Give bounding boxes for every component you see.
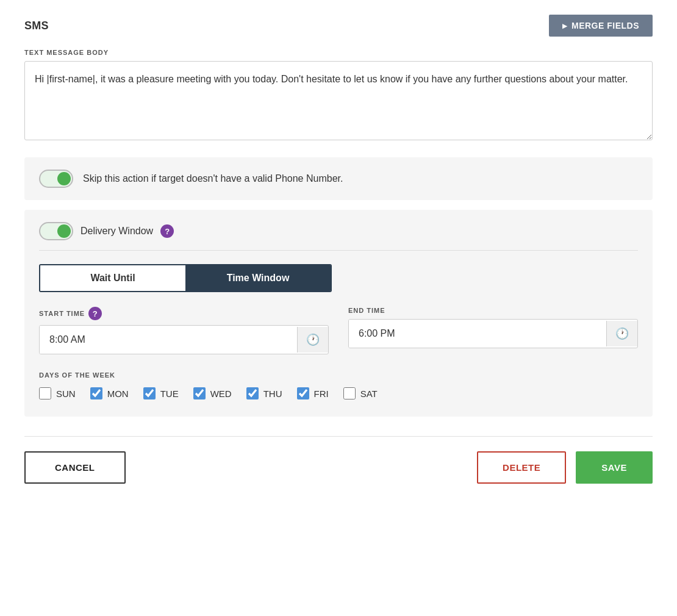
end-time-input[interactable] (349, 320, 606, 348)
day-fri-label: FRI (314, 389, 329, 399)
text-message-input[interactable]: Hi |first-name|, it was a pleasure meeti… (24, 61, 653, 140)
day-sat-label: SAT (360, 389, 378, 399)
end-time-label: END TIME (348, 307, 638, 314)
start-time-clock-button[interactable]: 🕐 (297, 327, 328, 353)
checkbox-mon[interactable] (90, 387, 102, 399)
delete-button[interactable]: DELETE (477, 451, 566, 484)
skip-toggle-thumb (57, 172, 71, 185)
start-time-help-icon[interactable]: ? (88, 307, 102, 320)
day-thu-label: THU (263, 389, 282, 399)
day-tue-label: TUE (160, 389, 179, 399)
merge-fields-label: MERGE FIELDS (571, 21, 639, 30)
skip-toggle[interactable] (39, 170, 73, 188)
header-row: SMS ▶ MERGE FIELDS (24, 15, 653, 37)
end-time-group: END TIME 🕐 (348, 307, 638, 354)
days-row: SUN MON TUE WED THU (39, 387, 638, 399)
day-fri[interactable]: FRI (297, 387, 329, 399)
end-time-input-wrapper: 🕐 (348, 319, 638, 348)
checkbox-wed[interactable] (193, 387, 206, 399)
page-container: SMS ▶ MERGE FIELDS TEXT MESSAGE BODY Hi … (0, 0, 677, 616)
day-wed[interactable]: WED (193, 387, 232, 399)
sms-title: SMS (24, 20, 49, 32)
merge-fields-arrow: ▶ (562, 23, 568, 29)
text-message-section: TEXT MESSAGE BODY Hi |first-name|, it wa… (24, 49, 653, 143)
skip-toggle-card: Skip this action if target doesn't have … (24, 157, 653, 200)
day-mon-label: MON (107, 389, 129, 399)
day-sun[interactable]: SUN (39, 387, 76, 399)
delivery-window-label: Delivery Window (81, 226, 153, 237)
day-thu[interactable]: THU (246, 387, 282, 399)
time-fields-row: START TIME ? 🕐 END TIME 🕐 (39, 307, 638, 354)
delivery-help-icon[interactable]: ? (160, 224, 174, 238)
delivery-toggle-thumb (57, 224, 71, 238)
day-tue[interactable]: TUE (143, 387, 179, 399)
days-of-week-section: DAYS OF THE WEEK SUN MON TUE WED (39, 371, 638, 399)
start-time-input[interactable] (40, 326, 297, 354)
footer-right-buttons: DELETE SAVE (477, 451, 653, 484)
day-wed-label: WED (210, 389, 232, 399)
delivery-window-card: Delivery Window ? Wait Until Time Window… (24, 210, 653, 417)
skip-toggle-label: Skip this action if target doesn't have … (83, 173, 343, 184)
checkbox-sat[interactable] (343, 387, 356, 399)
delivery-header: Delivery Window ? (39, 222, 638, 251)
merge-fields-button[interactable]: ▶ MERGE FIELDS (549, 15, 653, 37)
tab-wait-until[interactable]: Wait Until (40, 265, 185, 291)
delivery-toggle-track (39, 222, 73, 240)
day-sat[interactable]: SAT (343, 387, 378, 399)
end-time-clock-button[interactable]: 🕐 (606, 321, 637, 346)
start-time-label: START TIME ? (39, 307, 329, 320)
tab-time-window[interactable]: Time Window (185, 265, 331, 291)
delivery-tabs: Wait Until Time Window (39, 264, 332, 292)
cancel-button[interactable]: CANCEL (24, 451, 126, 484)
save-button[interactable]: SAVE (576, 451, 653, 484)
start-time-input-wrapper: 🕐 (39, 325, 329, 354)
checkbox-thu[interactable] (246, 387, 259, 399)
delivery-toggle[interactable] (39, 222, 73, 240)
start-time-group: START TIME ? 🕐 (39, 307, 329, 354)
days-label: DAYS OF THE WEEK (39, 371, 638, 379)
footer-row: CANCEL DELETE SAVE (24, 437, 653, 498)
day-sun-label: SUN (56, 389, 76, 399)
text-message-label: TEXT MESSAGE BODY (24, 49, 653, 56)
checkbox-sun[interactable] (39, 387, 51, 399)
checkbox-tue[interactable] (143, 387, 156, 399)
checkbox-fri[interactable] (297, 387, 309, 399)
day-mon[interactable]: MON (90, 387, 129, 399)
skip-toggle-track (39, 170, 73, 188)
